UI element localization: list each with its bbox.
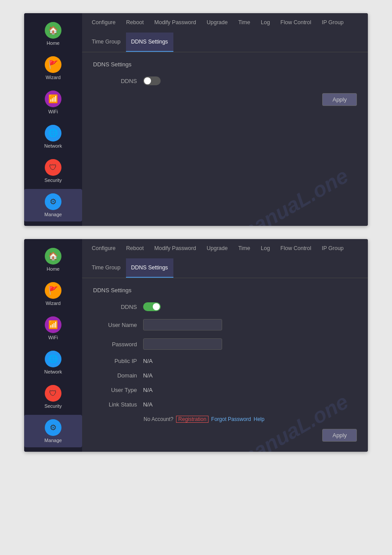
tab-upgrade[interactable]: Upgrade bbox=[201, 239, 233, 258]
form-row-domain: DomainN/A bbox=[93, 372, 357, 379]
tab-ip-group[interactable]: IP Group bbox=[316, 239, 349, 258]
sidebar-label-security: Security bbox=[44, 403, 62, 409]
sidebar-label-wizard: Wizard bbox=[46, 75, 61, 80]
form-row-user-type: User TypeN/A bbox=[93, 387, 357, 393]
ddns-label-2: DDNS bbox=[93, 304, 137, 310]
label-password: Password bbox=[93, 341, 137, 348]
tab-modify-password[interactable]: Modify Password bbox=[149, 239, 201, 258]
wizard-icon: 🚩 bbox=[45, 282, 61, 299]
tab-ddns-settings[interactable]: DDNS Settings bbox=[126, 258, 173, 278]
sidebar-item-home[interactable]: 🏠Home bbox=[24, 18, 82, 50]
sidebar-label-home: Home bbox=[47, 266, 59, 272]
registration-link[interactable]: Registration bbox=[176, 416, 209, 423]
form-row-password: Password bbox=[93, 338, 357, 350]
sidebar-item-security[interactable]: 🛡Security bbox=[24, 155, 82, 187]
sidebar-item-network[interactable]: 🌐Network bbox=[24, 346, 82, 379]
apply-button-2[interactable]: Apply bbox=[322, 429, 357, 442]
input-password[interactable] bbox=[143, 338, 222, 350]
manage-icon: ⚙ bbox=[45, 193, 61, 210]
tab-time-group[interactable]: Time Group bbox=[86, 33, 126, 52]
form-fields-2: User NamePasswordPublic IPN/ADomainN/AUs… bbox=[93, 319, 357, 408]
sidebar-label-wizard: Wizard bbox=[46, 301, 61, 306]
tab-reboot[interactable]: Reboot bbox=[121, 13, 149, 33]
tab-time[interactable]: Time bbox=[233, 239, 255, 258]
sidebar-1: 🏠Home🚩Wizard📶WiFi🌐Network🛡Security⚙Manag… bbox=[24, 13, 82, 226]
tab-ddns-settings[interactable]: DDNS Settings bbox=[126, 33, 173, 52]
ddns-label-1: DDNS bbox=[93, 78, 137, 84]
value-domain: N/A bbox=[143, 372, 153, 379]
tab-reboot[interactable]: Reboot bbox=[121, 239, 149, 258]
sidebar-label-wifi: WiFi bbox=[48, 335, 58, 340]
sidebar-item-network[interactable]: 🌐Network bbox=[24, 120, 82, 153]
main-content-2: ConfigureRebootModify PasswordUpgradeTim… bbox=[82, 239, 368, 452]
sidebar-label-network: Network bbox=[44, 369, 62, 374]
panel-2: 🏠Home🚩Wizard📶WiFi🌐Network🛡Security⚙Manag… bbox=[24, 239, 368, 452]
sidebar-item-home[interactable]: 🏠Home bbox=[24, 243, 82, 276]
sidebar-label-wifi: WiFi bbox=[48, 109, 58, 114]
label-link-status: Link Status bbox=[93, 401, 137, 408]
label-domain: Domain bbox=[93, 372, 137, 379]
toggle-knob-2 bbox=[153, 303, 160, 310]
tab-configure[interactable]: Configure bbox=[86, 239, 121, 258]
security-icon: 🛡 bbox=[45, 385, 61, 402]
label-user-type: User Type bbox=[93, 387, 137, 393]
value-user-type: N/A bbox=[143, 387, 153, 393]
ddns-toggle-row-1: DDNS bbox=[93, 76, 357, 85]
tab-flow-control[interactable]: Flow Control bbox=[275, 13, 316, 33]
wizard-icon: 🚩 bbox=[45, 56, 61, 73]
tab-upgrade[interactable]: Upgrade bbox=[201, 13, 233, 33]
toggle-knob-1 bbox=[144, 77, 151, 84]
label-username: User Name bbox=[93, 322, 137, 328]
sidebar-item-wizard[interactable]: 🚩Wizard bbox=[24, 278, 82, 310]
ddns-toggle-1[interactable] bbox=[143, 76, 161, 85]
form-row-public-ip: Public IPN/A bbox=[93, 358, 357, 364]
tab-time-group[interactable]: Time Group bbox=[86, 258, 126, 278]
tab-bar-1: ConfigureRebootModify PasswordUpgradeTim… bbox=[82, 13, 368, 52]
network-icon: 🌐 bbox=[45, 351, 61, 367]
tab-flow-control[interactable]: Flow Control bbox=[275, 239, 316, 258]
home-icon: 🏠 bbox=[45, 248, 61, 265]
sidebar-label-home: Home bbox=[47, 40, 59, 46]
home-icon: 🏠 bbox=[45, 22, 61, 39]
sidebar-label-manage: Manage bbox=[44, 212, 62, 217]
tab-ip-group[interactable]: IP Group bbox=[316, 13, 349, 33]
ddns-toggle-row-2: DDNS bbox=[93, 302, 357, 311]
manage-icon: ⚙ bbox=[45, 419, 61, 436]
label-public-ip: Public IP bbox=[93, 358, 137, 364]
sidebar-item-manage[interactable]: ⚙Manage bbox=[24, 415, 82, 447]
sidebar-label-network: Network bbox=[44, 143, 62, 149]
tab-time[interactable]: Time bbox=[233, 13, 255, 33]
tab-configure[interactable]: Configure bbox=[86, 13, 121, 33]
sidebar-item-wifi[interactable]: 📶WiFi bbox=[24, 312, 82, 345]
form-row-username: User Name bbox=[93, 319, 357, 330]
content-area-2: DDNS Settings DDNS User NamePasswordPubl… bbox=[82, 278, 368, 452]
tab-modify-password[interactable]: Modify Password bbox=[149, 13, 201, 33]
forgot-password-link[interactable]: Forgot Password bbox=[211, 416, 251, 422]
sidebar-item-wifi[interactable]: 📶WiFi bbox=[24, 86, 82, 119]
value-public-ip: N/A bbox=[143, 358, 153, 364]
apply-button-1[interactable]: Apply bbox=[322, 93, 357, 106]
tab-bar-2: ConfigureRebootModify PasswordUpgradeTim… bbox=[82, 239, 368, 278]
sidebar-item-security[interactable]: 🛡Security bbox=[24, 381, 82, 413]
security-icon: 🛡 bbox=[45, 159, 61, 176]
panel-1: 🏠Home🚩Wizard📶WiFi🌐Network🛡Security⚙Manag… bbox=[24, 13, 368, 226]
no-account-text: No Account? bbox=[144, 416, 173, 422]
content-area-1: DDNS Settings DDNS Apply manuaL.one bbox=[82, 52, 368, 226]
wifi-icon: 📶 bbox=[45, 316, 61, 333]
sidebar-label-manage: Manage bbox=[44, 438, 62, 443]
help-link[interactable]: Help bbox=[254, 416, 265, 422]
wifi-icon: 📶 bbox=[45, 91, 61, 107]
main-content-1: ConfigureRebootModify PasswordUpgradeTim… bbox=[82, 13, 368, 226]
input-username[interactable] bbox=[143, 319, 222, 330]
ddns-toggle-2[interactable] bbox=[143, 302, 161, 311]
watermark-1: manuaL.one bbox=[233, 163, 352, 226]
no-account-row: No Account? Registration Forgot Password… bbox=[93, 416, 357, 423]
tab-log[interactable]: Log bbox=[255, 239, 275, 258]
tab-log[interactable]: Log bbox=[255, 13, 275, 33]
sidebar-item-manage[interactable]: ⚙Manage bbox=[24, 189, 82, 221]
sidebar-label-security: Security bbox=[44, 178, 62, 183]
sidebar-item-wizard[interactable]: 🚩Wizard bbox=[24, 52, 82, 84]
sidebar-2: 🏠Home🚩Wizard📶WiFi🌐Network🛡Security⚙Manag… bbox=[24, 239, 82, 452]
network-icon: 🌐 bbox=[45, 125, 61, 141]
section-title-1: DDNS Settings bbox=[93, 61, 357, 68]
